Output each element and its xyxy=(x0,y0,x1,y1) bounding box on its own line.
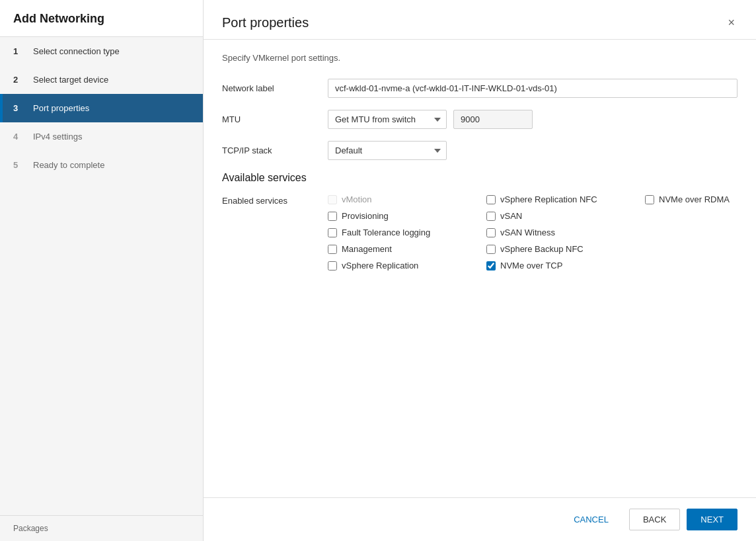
service-vmotion[interactable]: vMotion xyxy=(328,194,473,204)
service-vsan[interactable]: vSAN xyxy=(486,211,632,221)
vmotion-checkbox[interactable] xyxy=(328,195,337,204)
nvme-over-rdma-checkbox[interactable] xyxy=(645,195,654,204)
enabled-services-row: Enabled services vMotion vSphere Replica… xyxy=(222,194,737,270)
sidebar-step-4[interactable]: 4 IPv4 settings xyxy=(0,122,203,151)
provisioning-checkbox[interactable] xyxy=(328,212,337,221)
mtu-field: Get MTU from switch xyxy=(328,110,737,129)
mtu-label: MTU xyxy=(222,114,328,124)
vmotion-label: vMotion xyxy=(342,194,372,204)
sidebar-title: Add Networking xyxy=(0,0,203,37)
main-content: Port properties × Specify VMkernel port … xyxy=(204,0,756,541)
step-label-3: Port properties xyxy=(33,103,89,113)
enabled-services-label: Enabled services xyxy=(222,194,328,206)
vsan-witness-label: vSAN Witness xyxy=(500,228,555,237)
fault-tolerance-checkbox[interactable] xyxy=(328,228,337,237)
mtu-select[interactable]: Get MTU from switch xyxy=(328,110,447,129)
sidebar: Add Networking 1 Select connection type … xyxy=(0,0,204,541)
step-number-1: 1 xyxy=(13,46,26,56)
cancel-button[interactable]: CANCEL xyxy=(560,509,623,530)
sidebar-step-1[interactable]: 1 Select connection type xyxy=(0,37,203,65)
network-label-label: Network label xyxy=(222,83,328,93)
step-label-5: Ready to complete xyxy=(33,160,104,170)
nvme-over-tcp-label: NVMe over TCP xyxy=(500,261,562,270)
vsphere-replication-label: vSphere Replication xyxy=(342,261,418,270)
main-title: Port properties xyxy=(222,15,309,30)
provisioning-label: Provisioning xyxy=(342,211,389,221)
vsan-checkbox[interactable] xyxy=(486,212,496,221)
tcpip-select[interactable]: Default xyxy=(328,141,447,160)
management-label: Management xyxy=(342,244,392,254)
service-vsphere-backup-nfc[interactable]: vSphere Backup NFC xyxy=(486,244,632,254)
close-button[interactable]: × xyxy=(725,13,737,32)
vsphere-replication-checkbox[interactable] xyxy=(328,261,337,270)
sidebar-bottom: Packages xyxy=(0,515,203,541)
management-checkbox[interactable] xyxy=(328,245,337,254)
service-empty-5b xyxy=(645,261,756,270)
sidebar-step-3[interactable]: 3 Port properties xyxy=(0,94,203,122)
vsphere-backup-nfc-label: vSphere Backup NFC xyxy=(500,244,584,254)
add-networking-dialog: Add Networking 1 Select connection type … xyxy=(0,0,756,541)
step-label-1: Select connection type xyxy=(33,46,120,56)
step-label-4: IPv4 settings xyxy=(33,132,82,142)
service-provisioning[interactable]: Provisioning xyxy=(328,211,473,221)
tcpip-field: Default xyxy=(328,141,737,160)
tcpip-label: TCP/IP stack xyxy=(222,146,328,155)
step-number-5: 5 xyxy=(13,160,26,170)
main-body: Specify VMkernel port settings. Network … xyxy=(204,40,756,497)
step-number-2: 2 xyxy=(13,75,26,85)
network-label-input[interactable] xyxy=(328,79,737,98)
sidebar-step-2[interactable]: 2 Select target device xyxy=(0,65,203,94)
service-empty-3b xyxy=(645,228,756,237)
service-fault-tolerance[interactable]: Fault Tolerance logging xyxy=(328,228,473,237)
mtu-row: MTU Get MTU from switch xyxy=(222,110,737,129)
sidebar-step-5[interactable]: 5 Ready to complete xyxy=(0,151,203,179)
tcpip-row: TCP/IP stack Default xyxy=(222,141,737,160)
vsphere-replication-nfc-label: vSphere Replication NFC xyxy=(500,194,597,204)
vsphere-backup-nfc-checkbox[interactable] xyxy=(486,245,496,254)
service-vsan-witness[interactable]: vSAN Witness xyxy=(486,228,632,237)
service-empty-3 xyxy=(645,211,756,221)
subtitle: Specify VMkernel port settings. xyxy=(222,53,737,63)
service-nvme-over-rdma[interactable]: NVMe over RDMA xyxy=(645,194,756,204)
service-vsphere-replication-nfc[interactable]: vSphere Replication NFC xyxy=(486,194,632,204)
nvme-over-tcp-checkbox[interactable] xyxy=(486,261,496,270)
step-number-4: 4 xyxy=(13,132,26,142)
service-empty-4b xyxy=(645,244,756,254)
sidebar-steps: 1 Select connection type 2 Select target… xyxy=(0,37,203,515)
dialog-body: Add Networking 1 Select connection type … xyxy=(0,0,756,541)
service-management[interactable]: Management xyxy=(328,244,473,254)
dialog-footer: CANCEL BACK NEXT xyxy=(204,497,756,541)
available-services-title: Available services xyxy=(222,172,737,184)
services-grid: vMotion vSphere Replication NFC NVMe ove… xyxy=(328,194,756,270)
mtu-number-input[interactable] xyxy=(453,110,533,129)
next-button[interactable]: NEXT xyxy=(687,509,737,530)
nvme-over-rdma-label: NVMe over RDMA xyxy=(659,194,730,204)
network-label-row: Network label xyxy=(222,79,737,98)
service-vsphere-replication[interactable]: vSphere Replication xyxy=(328,261,473,270)
service-nvme-over-tcp[interactable]: NVMe over TCP xyxy=(486,261,632,270)
main-header: Port properties × xyxy=(204,0,756,40)
fault-tolerance-label: Fault Tolerance logging xyxy=(342,228,430,237)
step-label-2: Select target device xyxy=(33,75,108,85)
vsphere-replication-nfc-checkbox[interactable] xyxy=(486,195,496,204)
step-number-3: 3 xyxy=(13,103,26,113)
vsan-witness-checkbox[interactable] xyxy=(486,228,496,237)
network-label-field xyxy=(328,79,737,98)
back-button[interactable]: BACK xyxy=(629,509,680,530)
vsan-label: vSAN xyxy=(500,211,522,221)
